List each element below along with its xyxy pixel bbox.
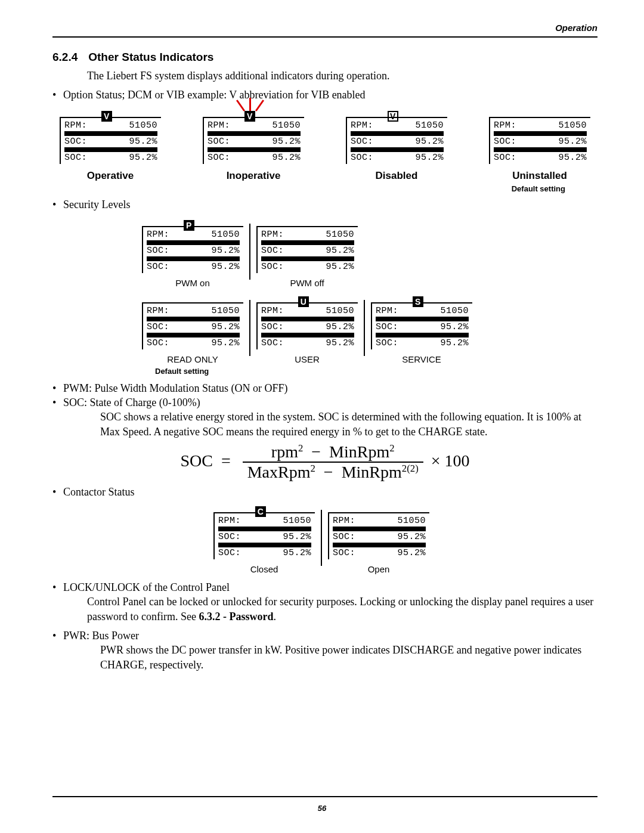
section-heading: 6.2.4Other Status Indicators (52, 51, 597, 64)
panel-caption: PWM on (142, 278, 243, 288)
lcd-row: RPM:51050 (64, 120, 157, 131)
status-badge: C (255, 506, 266, 517)
panel-caption: Closed (213, 564, 315, 574)
eq-num-rpm: rpm (271, 442, 298, 461)
lcd-row: SOC:95.2% (64, 153, 157, 163)
panel-caption: READ ONLY (142, 354, 243, 364)
lcd-row: RPM:51050 (208, 120, 301, 131)
lcd-row: SOC:95.2% (218, 548, 311, 558)
bullet-lock-text: LOCK/UNLOCK of the Control Panel (63, 581, 230, 593)
page-number: 56 (0, 804, 644, 813)
eq-den-minrpm: MinRpm (342, 463, 402, 482)
lcd-row: SOC:95.2% (147, 338, 240, 348)
lcd-row: SOC:95.2% (261, 246, 354, 256)
bullet-pwr-text: PWR: Bus Power (63, 630, 139, 642)
lock-description: Control Panel can be locked or unlocked … (87, 594, 597, 624)
lock-text-a: Control Panel can be locked or unlocked … (87, 596, 593, 622)
default-setting-readonly: Default setting (155, 367, 209, 376)
section-intro: The Liebert FS system displays additiona… (87, 69, 597, 83)
status-badge: S (413, 296, 423, 307)
lcd-row: RPM:51050 (333, 516, 426, 526)
status-badge: V (388, 111, 398, 122)
bullet-soc-text: SOC: State of Charge (0-100%) (63, 397, 200, 408)
lcd-row: RPM:51050 (376, 306, 469, 316)
running-head: Operation (52, 23, 597, 33)
bullet-contactor-text: Contactor Status (63, 486, 135, 498)
bullet-security-levels-text: Security Levels (63, 199, 130, 210)
lcd-row: SOC:95.2% (333, 548, 426, 558)
lcd-row: SOC:95.2% (351, 153, 444, 163)
divider (249, 300, 250, 356)
lcd-row: SOC:95.2% (261, 262, 354, 272)
lcd-row: RPM:51050 (261, 306, 354, 316)
lcd-row: SOC:95.2% (208, 137, 301, 147)
eq-tail: × 100 (431, 451, 470, 470)
option-status-row: VRPM:51050SOC:95.2%SOC:95.2%OperativeVRP… (60, 117, 590, 182)
eq-den-maxrpm: MaxRpm (247, 463, 311, 482)
section-number: 6.2.4 (52, 51, 78, 63)
panel-caption: USER (256, 354, 358, 364)
lcd-panel: SRPM:51050SOC:95.2%SOC:95.2% (371, 302, 472, 349)
bullet-pwm-text: PWM: Pulse Width Modulation Status (ON o… (63, 382, 287, 394)
panel-caption: PWM off (256, 278, 358, 288)
status-badge: P (184, 220, 194, 231)
lcd-panel: RPM:51050SOC:95.2%SOC:95.2% (489, 117, 590, 164)
eq-den-exp: 2(2) (402, 463, 419, 474)
bottom-rule (52, 796, 597, 797)
pwm-row: PRPM:51050SOC:95.2%SOC:95.2%PWM onRPM:51… (142, 226, 590, 288)
eq-num-minrpm: MinRpm (329, 442, 389, 461)
status-badge: V (244, 111, 255, 122)
lcd-row: SOC:95.2% (376, 338, 469, 348)
status-badge: U (298, 296, 309, 307)
divider (249, 224, 250, 280)
default-setting-uninstalled: Default setting (512, 184, 565, 193)
lock-text-ref: 6.3.2 - Password (199, 611, 273, 623)
lcd-panel: VRPM:51050SOC:95.2%SOC:95.2% (203, 117, 304, 164)
lcd-panel: VRPM:51050SOC:95.2%SOC:95.2% (60, 117, 161, 164)
lcd-row: RPM:51050 (147, 230, 240, 240)
lcd-row: SOC:95.2% (147, 262, 240, 272)
lcd-row: RPM:51050 (147, 306, 240, 316)
divider (364, 300, 365, 356)
panel-caption: Inoperative (203, 170, 304, 182)
lcd-row: SOC:95.2% (333, 532, 426, 542)
contactor-row: CRPM:51050SOC:95.2%SOC:95.2%ClosedRPM:51… (213, 512, 590, 574)
lcd-row: SOC:95.2% (147, 322, 240, 332)
lcd-row: RPM:51050 (351, 120, 444, 131)
lcd-panel: CRPM:51050SOC:95.2%SOC:95.2% (213, 512, 315, 559)
lcd-row: SOC:95.2% (261, 322, 354, 332)
panel-caption: Open (328, 564, 429, 574)
panel-caption: Uninstalled (489, 170, 590, 182)
panel-caption: Operative (60, 170, 161, 182)
lcd-panel: PRPM:51050SOC:95.2%SOC:95.2% (142, 226, 243, 273)
bullet-pwr: PWR: Bus Power (52, 628, 597, 643)
lcd-row: SOC:95.2% (261, 338, 354, 348)
bullet-contactor: Contactor Status (52, 485, 597, 499)
lcd-row: SOC:95.2% (376, 322, 469, 332)
lock-text-b: . (273, 611, 276, 623)
section-title: Other Status Indicators (88, 51, 213, 63)
eq-fraction: rpm2 − MinRpm2 MaxRpm2 − MinRpm2(2) (243, 442, 423, 482)
status-badge: V (101, 111, 112, 122)
panel-caption: SERVICE (371, 354, 472, 364)
lcd-row: SOC:95.2% (64, 137, 157, 147)
lcd-panel: RPM:51050SOC:95.2%SOC:95.2% (328, 512, 429, 559)
lcd-row: RPM:51050 (218, 516, 311, 526)
divider (321, 510, 322, 566)
panel-caption: Disabled (346, 170, 447, 182)
bullet-option-status-text: Option Status; DCM or VIB example: V abb… (63, 89, 366, 101)
bullet-option-status: Option Status; DCM or VIB example: V abb… (52, 88, 597, 102)
eq-lhs: SOC (180, 451, 212, 470)
lcd-panel: RPM:51050SOC:95.2%SOC:95.2% (142, 302, 243, 349)
lcd-panel: RPM:51050SOC:95.2%SOC:95.2% (256, 226, 358, 273)
lcd-row: RPM:51050 (494, 120, 587, 131)
soc-description: SOC shows a relative energy stored in th… (100, 410, 597, 439)
access-row: RPM:51050SOC:95.2%SOC:95.2%READ ONLYURPM… (142, 302, 590, 364)
bullet-security-levels: Security Levels (52, 197, 597, 212)
lcd-row: SOC:95.2% (208, 153, 301, 163)
lcd-row: SOC:95.2% (494, 137, 587, 147)
lcd-row: SOC:95.2% (147, 246, 240, 256)
lcd-panel: URPM:51050SOC:95.2%SOC:95.2% (256, 302, 358, 349)
top-rule (52, 36, 597, 38)
bullet-lock: LOCK/UNLOCK of the Control Panel (52, 580, 597, 594)
